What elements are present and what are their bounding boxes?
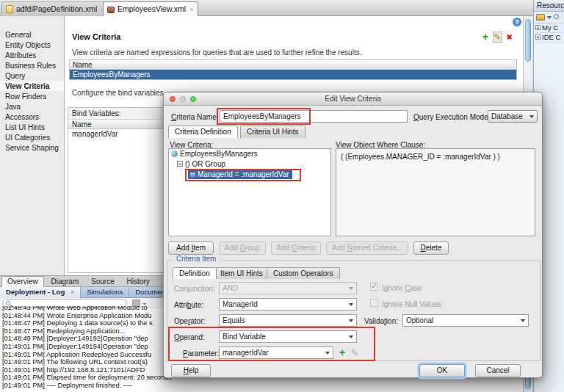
log-tab-label: Deployment - Log: [6, 288, 65, 296]
help-button[interactable]: Help: [171, 364, 211, 377]
new-catalog-folder-icon[interactable]: [536, 14, 545, 21]
selected-value: ManagerId: [223, 300, 258, 308]
nav-item-view-criteria[interactable]: View Criteria: [0, 81, 64, 91]
add-item-button[interactable]: Add Item: [168, 242, 214, 255]
tab-adfdipagedefinition[interactable]: adfdiPageDefinition.xml×: [1, 1, 110, 16]
nav-item-java[interactable]: Java: [0, 101, 64, 112]
criteria-name-input[interactable]: EmployeesByManagers: [220, 110, 408, 123]
resources-panel-title: Resourc: [534, 0, 564, 12]
selected-value: managerIdVar: [223, 349, 269, 357]
tree-group-label: () OR Group: [185, 160, 225, 168]
where-clause-text: ( (Employees.MANAGER_ID = :managerIdVar …: [341, 153, 500, 161]
nav-item-list-ui-hints[interactable]: List UI Hints: [0, 122, 64, 132]
tab-diagram[interactable]: Diagram: [46, 277, 84, 288]
tree-item-row-selected[interactable]: ManagerId = :managerIdVar: [169, 170, 330, 180]
nav-item-service-shaping[interactable]: Service Shaping: [0, 142, 64, 153]
scrollbar-thumb[interactable]: [525, 19, 531, 62]
add-group-button[interactable]: Add Group: [219, 242, 266, 255]
close-tab-icon[interactable]: ×: [189, 6, 193, 13]
nav-item-accessors[interactable]: Accessors: [0, 112, 64, 122]
dialog-title-bar[interactable]: Edit View Criteria: [164, 92, 542, 106]
operand-select[interactable]: Bind Variable: [219, 330, 357, 343]
tab-custom-operators[interactable]: Custom Operators: [267, 267, 340, 279]
tab-item-ui-hints[interactable]: Item UI Hints: [214, 267, 270, 279]
view-criteria-toolbar: + ✎ ✖: [482, 31, 513, 43]
resources-item-my-catalogs[interactable]: My C: [534, 23, 564, 33]
tree-root-label: EmployeesByManagers: [180, 150, 258, 158]
section-description: View criteria are named expressions for …: [72, 48, 361, 57]
resources-item-ide-connections[interactable]: IDE C: [534, 33, 564, 43]
edit-bind-variable-icon[interactable]: ✎: [351, 348, 358, 358]
ignore-null-values-checkbox[interactable]: [370, 299, 378, 307]
check-icon: ✓: [371, 281, 377, 291]
tab-overview[interactable]: Overview: [1, 276, 44, 287]
tab-label: EmployeesView.xml: [118, 4, 186, 13]
dropdown-arrow-icon: [325, 352, 330, 355]
tree-root-row[interactable]: EmployeesByManagers: [169, 149, 330, 159]
selected-value: Bind Variable: [223, 333, 266, 341]
parameter-select[interactable]: managerIdVar: [219, 346, 333, 359]
ignore-case-checkbox[interactable]: ✓: [370, 283, 378, 291]
nav-item-ui-categories[interactable]: UI Categories: [0, 132, 64, 142]
minimize-window-icon[interactable]: [180, 96, 186, 102]
nav-item-entity-objects[interactable]: Entity Objects: [0, 40, 64, 50]
edit-view-criteria-icon[interactable]: ✎: [493, 32, 502, 43]
chevron-down-icon[interactable]: [547, 16, 552, 19]
view-criteria-icon: [171, 150, 178, 157]
zoom-window-icon[interactable]: [190, 96, 196, 102]
dropdown-arrow-icon: [349, 287, 353, 290]
nav-item-attributes[interactable]: Attributes: [0, 50, 64, 60]
help-icon[interactable]: ?: [513, 18, 521, 26]
dialog-title: Edit View Criteria: [325, 95, 381, 103]
expand-icon[interactable]: [535, 25, 540, 30]
attribute-select[interactable]: ManagerId: [219, 298, 357, 311]
criteria-name-label: Criteria Name:: [171, 113, 218, 121]
tab-history[interactable]: History: [122, 277, 155, 288]
close-log-tab-icon[interactable]: ×: [70, 288, 74, 296]
tab-label: adfdiPageDefinition.xml: [16, 4, 97, 13]
table-row-selected[interactable]: EmployeesByManagers: [70, 70, 516, 79]
cancel-button[interactable]: Cancel: [475, 364, 521, 377]
search-icon[interactable]: [554, 14, 559, 19]
dropdown-arrow-icon: [349, 335, 353, 338]
tab-simulations[interactable]: Simulations: [81, 287, 129, 298]
resources-item-label: My C: [542, 23, 558, 32]
expand-icon[interactable]: [535, 35, 540, 40]
collapse-icon[interactable]: [177, 161, 183, 167]
add-criteria-button[interactable]: Add Criteria: [271, 242, 321, 255]
delete-button[interactable]: Delete: [413, 242, 449, 255]
tab-source[interactable]: Source: [86, 277, 120, 288]
nav-item-general[interactable]: General: [0, 29, 64, 40]
close-window-icon[interactable]: [170, 96, 176, 102]
create-bind-variable-icon[interactable]: +: [339, 346, 345, 358]
nav-item-business-rules[interactable]: Business Rules: [0, 60, 64, 70]
nav-item-query[interactable]: Query: [0, 70, 64, 81]
query-execution-mode-label: Query Execution Mode:: [413, 113, 491, 121]
nav-item-row-finders[interactable]: Row Finders: [0, 91, 64, 101]
tab-employeesview[interactable]: EmployeesView.xml×: [103, 1, 198, 16]
ignore-null-values-label: Ignore Null Values: [382, 300, 441, 308]
conjunction-select[interactable]: AND: [219, 282, 357, 294]
tab-criteria-ui-hints[interactable]: Criteria UI Hints: [240, 126, 306, 138]
query-execution-mode-select[interactable]: Database: [488, 110, 538, 123]
ignore-case-label: Ignore Case: [382, 284, 422, 292]
tab-deployment-log[interactable]: Deployment - Log ×: [0, 287, 81, 298]
validation-select[interactable]: Optional: [402, 314, 529, 327]
delete-view-criteria-icon[interactable]: ✖: [507, 33, 513, 41]
search-icon: [6, 301, 10, 305]
criteria-item-legend: Criteria Item: [173, 255, 220, 263]
dropdown-arrow-icon: [521, 319, 525, 322]
ok-button[interactable]: OK: [419, 364, 465, 377]
dropdown-arrow-icon: [529, 115, 534, 118]
overview-nav-sidebar: General Entity Objects Attributes Busine…: [0, 16, 65, 275]
add-view-criteria-icon[interactable]: +: [482, 31, 488, 43]
view-criteria-table: Name EmployeesByManagers: [69, 59, 517, 80]
log-line: [01:49:01 PM] ---- Deployment finished. …: [0, 382, 521, 390]
selected-value: Database: [491, 112, 523, 120]
tab-criteria-definition[interactable]: Criteria Definition: [168, 126, 238, 138]
resources-toolbar: [534, 12, 564, 23]
add-named-criteria-button[interactable]: Add Named Criteria...: [326, 242, 408, 255]
tree-group-row[interactable]: () OR Group: [169, 159, 330, 170]
operator-select[interactable]: Equals: [219, 314, 357, 327]
tab-definition[interactable]: Definition: [173, 267, 217, 279]
